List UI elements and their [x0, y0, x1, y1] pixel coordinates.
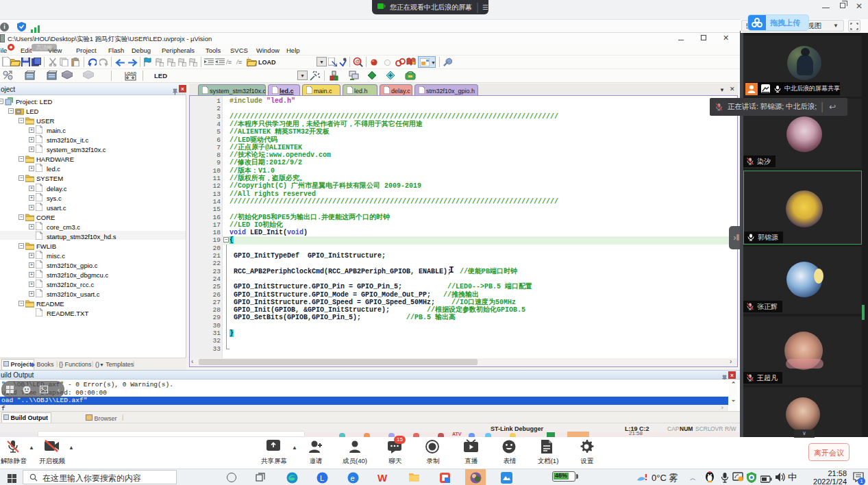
- svg-text:@: @: [356, 58, 360, 64]
- svg-text:L: L: [320, 474, 324, 482]
- svg-text:/≡: /≡: [236, 59, 242, 66]
- svg-text:/≡: /≡: [226, 59, 232, 66]
- svg-text:e: e: [351, 474, 355, 482]
- svg-text:LOAD: LOAD: [125, 71, 136, 75]
- svg-text:W: W: [377, 472, 388, 484]
